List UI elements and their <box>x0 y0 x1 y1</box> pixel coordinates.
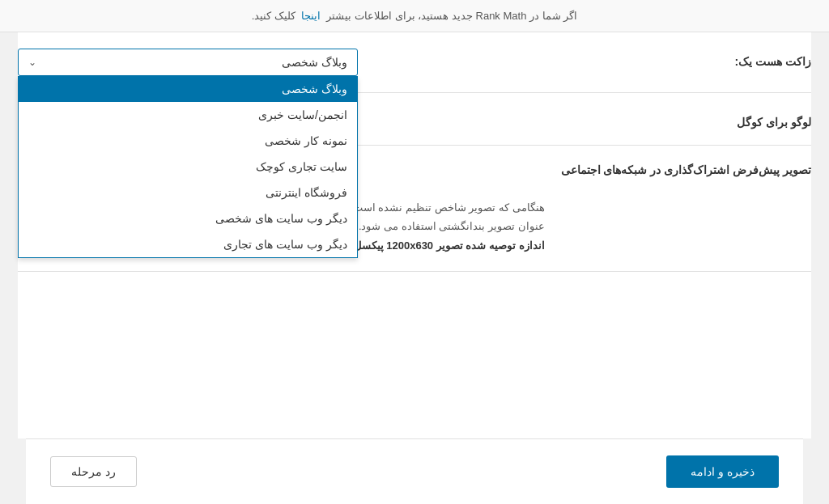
dropdown-option-1[interactable]: وبلاگ شخصی <box>19 76 357 102</box>
image-desc-part2: اندازه توصیه شده تصویر 1200x630 پیکسل اس… <box>325 239 544 252</box>
site-type-dropdown[interactable]: وبلاگ شخصی ⌄ <box>18 49 358 76</box>
notice-text-after: کلیک کنید. <box>252 10 295 22</box>
site-type-dropdown-wrapper: وبلاگ شخصی ⌄ وبلاگ شخصی انجمن/سایت خبری … <box>18 49 358 76</box>
dropdown-option-3[interactable]: نمونه کار شخصی <box>19 128 357 154</box>
dropdown-option-2[interactable]: انجمن/سایت خبری <box>19 102 357 128</box>
top-notice: اگر شما در Rank Math جدید هستید، برای اط… <box>0 0 829 32</box>
dropdown-option-6[interactable]: دیگر وب سایت های شخصی <box>19 205 357 231</box>
save-button[interactable]: ذخیره و ادامه <box>666 455 779 488</box>
logo-label: لوگو برای کوگل <box>706 109 811 129</box>
dropdown-option-4[interactable]: سایت تجاری کوچک <box>19 154 357 180</box>
skip-button[interactable]: رد مرحله <box>50 456 137 487</box>
chevron-down-icon: ⌄ <box>28 57 36 68</box>
image-label: تصویر پیش‌فرض اشتراک‌گذاری در شبکه‌های ا… <box>561 162 811 179</box>
dropdown-option-5[interactable]: فروشگاه اینترنتی <box>19 180 357 205</box>
site-type-field: وبلاگ شخصی ⌄ وبلاگ شخصی انجمن/سایت خبری … <box>18 49 690 76</box>
footer-bar: ذخیره و ادامه رد مرحله <box>26 438 803 504</box>
site-type-row: زاکت هست یک: وبلاگ شخصی ⌄ وبلاگ شخصی انج… <box>18 32 811 93</box>
dropdown-selected-text: وبلاگ شخصی <box>282 56 347 69</box>
site-type-menu: وبلاگ شخصی انجمن/سایت خبری نمونه کار شخص… <box>18 76 358 258</box>
dropdown-option-7[interactable]: دیگر وب سایت های تجاری <box>19 231 357 257</box>
notice-text-before: اگر شما در Rank Math جدید هستید، برای اط… <box>326 10 577 22</box>
notice-link[interactable]: اینجا <box>301 10 321 22</box>
site-type-label: زاکت هست یک: <box>706 49 811 68</box>
